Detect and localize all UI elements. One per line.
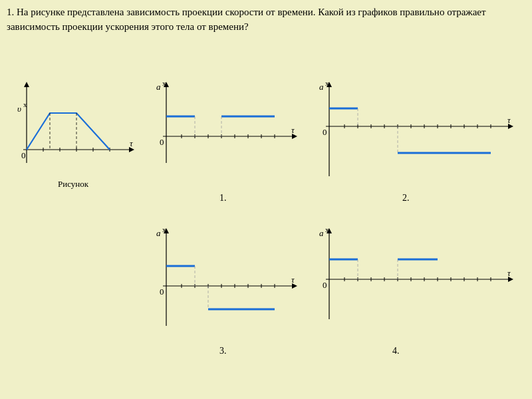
svg-text:0: 0 — [323, 280, 327, 290]
svg-text:0: 0 — [160, 287, 164, 297]
graph-4: a x τ 0 — [313, 223, 525, 356]
svg-text:x: x — [162, 79, 166, 87]
svg-text:x: x — [325, 225, 329, 233]
main-graph: υ x τ 0 Рисунок — [7, 76, 140, 190]
svg-text:0: 0 — [160, 137, 164, 147]
svg-text:τ: τ — [507, 115, 511, 125]
svg-text:a: a — [156, 228, 161, 238]
graph-2-label: 2. — [402, 193, 410, 203]
risunok-caption: Рисунок — [33, 179, 113, 190]
svg-text:τ: τ — [291, 125, 295, 135]
svg-text:0: 0 — [323, 127, 327, 137]
svg-text:τ: τ — [291, 275, 295, 285]
svg-marker-2 — [24, 82, 29, 87]
svg-text:x: x — [23, 100, 27, 108]
svg-text:0: 0 — [21, 150, 26, 160]
svg-text:x: x — [325, 79, 329, 87]
svg-text:τ: τ — [507, 268, 511, 278]
question-text: 1. На рисунке представлена зависимость п… — [7, 5, 525, 35]
svg-text:a: a — [156, 82, 161, 92]
graph-3: a x τ 0 — [150, 223, 303, 356]
svg-text:a: a — [319, 82, 324, 92]
svg-text:a: a — [319, 228, 324, 238]
graph-4-label: 4. — [392, 346, 400, 356]
svg-text:x: x — [162, 225, 166, 233]
svg-text:υ: υ — [17, 104, 21, 114]
graph-1: a x τ 0 — [150, 76, 303, 190]
graph-2: a x τ 0 — [313, 76, 525, 190]
graph-1-label: 1. — [219, 193, 227, 203]
svg-text:τ: τ — [130, 138, 134, 148]
graph-3-label: 3. — [219, 346, 227, 356]
